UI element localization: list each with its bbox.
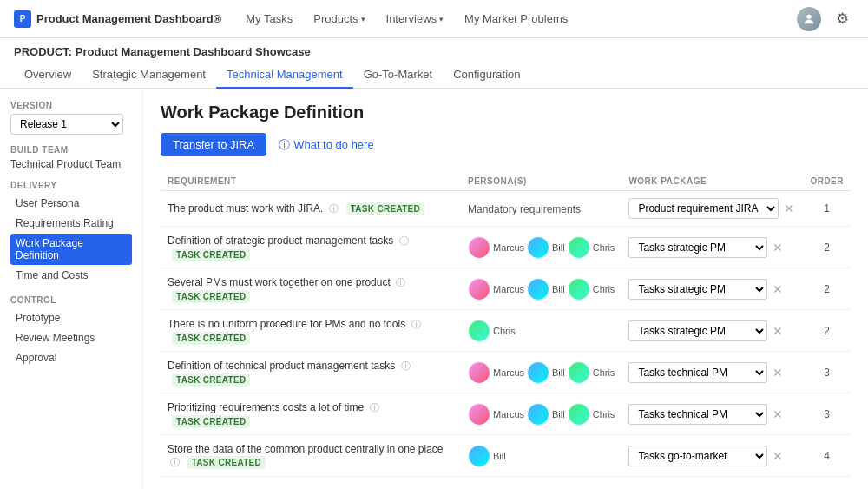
persona-name: Chris: [593, 242, 615, 253]
work-package-select[interactable]: Tasks technical PM: [628, 362, 767, 383]
persona-name: Bill: [552, 409, 565, 420]
delete-icon[interactable]: ✕: [771, 282, 785, 296]
sidebar: VERSION Release 1 BUILD TEAM Technical P…: [0, 89, 143, 489]
top-nav: P Product Management Dashboard® My Tasks…: [0, 0, 868, 38]
task-created-badge: TASK CREATED: [346, 202, 424, 215]
req-text: There is no uniform procedure for PMs an…: [168, 318, 405, 330]
work-package-select[interactable]: Tasks technical PM: [628, 404, 767, 425]
delete-icon[interactable]: ✕: [771, 366, 785, 380]
avatar: [568, 236, 590, 259]
avatar[interactable]: [797, 7, 821, 31]
work-package-select[interactable]: Tasks go-to-market: [628, 446, 767, 466]
persona-cell: Marcus Bill Chris: [461, 227, 621, 268]
info-icon[interactable]: ⓘ: [401, 360, 411, 371]
avatar: [527, 236, 549, 259]
work-package-select[interactable]: Tasks strategic PM: [628, 279, 767, 300]
task-created-badge: TASK CREATED: [172, 290, 250, 303]
logo[interactable]: P Product Management Dashboard®: [14, 10, 221, 28]
info-icon[interactable]: ⓘ: [411, 319, 421, 329]
avatar: [468, 320, 490, 342]
delete-icon[interactable]: ✕: [771, 449, 785, 463]
sidebar-item-work-package-definition[interactable]: Work Package Definition: [10, 234, 132, 265]
req-text: Several PMs must work together on one pr…: [168, 276, 391, 288]
order-cell: 2: [803, 310, 851, 352]
work-package-select[interactable]: Product requirement JIRA: [628, 198, 779, 219]
delete-icon[interactable]: ✕: [771, 324, 785, 338]
what-to-do-link[interactable]: ⓘ What to do here: [279, 137, 374, 153]
sidebar-item-time-and-costs[interactable]: Time and Costs: [10, 266, 132, 285]
chevron-down-icon: ▾: [361, 15, 365, 23]
task-created-badge: TASK CREATED: [172, 332, 250, 345]
sidebar-item-requirements-rating[interactable]: Requirements Rating: [10, 214, 132, 233]
col-personas: PERSONA(S): [461, 172, 621, 191]
tab-go-to-market[interactable]: Go-To-Market: [353, 62, 443, 89]
info-icon[interactable]: ⓘ: [396, 277, 405, 287]
info-icon[interactable]: ⓘ: [170, 457, 180, 467]
build-team-value: Technical Product Team: [10, 158, 132, 170]
nav-item-my-tasks[interactable]: My Tasks: [246, 12, 293, 25]
requirement-cell: Definition of technical product manageme…: [161, 352, 461, 393]
persona-name: Marcus: [493, 367, 524, 378]
req-text: Definition of technical product manageme…: [168, 360, 395, 372]
persona-cell: Marcus Bill Chris: [461, 352, 621, 393]
version-select[interactable]: Release 1: [10, 114, 123, 135]
info-icon[interactable]: ⓘ: [370, 402, 379, 413]
persona-cell: Marcus Bill Chris: [461, 393, 621, 435]
build-team-label: BUILD TEAM: [10, 145, 132, 155]
persona-name: Chris: [593, 367, 615, 378]
settings-icon[interactable]: ⚙: [830, 7, 854, 31]
tab-configuration[interactable]: Configuration: [443, 62, 530, 89]
tab-nav: Overview Strategic Management Technical …: [0, 62, 868, 89]
persona-name: Bill: [552, 284, 565, 294]
col-requirement: REQUIREMENT: [161, 172, 461, 191]
sidebar-item-prototype[interactable]: Prototype: [10, 308, 132, 327]
sidebar-item-review-meetings[interactable]: Review Meetings: [10, 328, 132, 347]
table-row: Several PMs must work together on one pr…: [161, 268, 851, 310]
svg-point-0: [806, 14, 811, 18]
req-text: Store the data of the common product cen…: [168, 443, 444, 455]
requirement-cell: Store the data of the common product cen…: [161, 435, 461, 477]
transfer-to-jira-button[interactable]: Transfer to JIRA: [161, 133, 266, 156]
info-icon[interactable]: ⓘ: [329, 203, 339, 214]
info-icon[interactable]: ⓘ: [399, 235, 409, 246]
persona-cell: Marcus Bill Chris: [461, 268, 621, 310]
delete-icon[interactable]: ✕: [771, 241, 785, 254]
tab-technical-management[interactable]: Technical Management: [216, 62, 353, 89]
work-package-select[interactable]: Tasks strategic PM: [628, 237, 767, 258]
sidebar-item-user-persona[interactable]: User Persona: [10, 194, 132, 213]
table-row: Store the data of the common product cen…: [161, 435, 851, 477]
persona-name: Chris: [593, 409, 615, 420]
col-work-package: WORK PACKAGE: [621, 172, 803, 191]
table-row: Definition of strategic product manageme…: [161, 227, 851, 268]
work-package-select[interactable]: Tasks strategic PM: [628, 320, 767, 341]
delete-icon[interactable]: ✕: [782, 202, 796, 215]
requirement-cell: There is no uniform procedure for PMs an…: [161, 310, 461, 352]
chevron-down-icon: ▾: [439, 15, 444, 23]
requirement-cell: Prioritizing requirements costs a lot of…: [161, 393, 461, 435]
nav-item-interviews[interactable]: Interviews▾: [386, 12, 444, 25]
content-area: Work Package Definition Transfer to JIRA…: [143, 89, 868, 489]
sidebar-item-approval[interactable]: Approval: [10, 348, 132, 367]
delete-icon[interactable]: ✕: [771, 407, 785, 421]
order-cell: 2: [803, 268, 851, 310]
version-label: VERSION: [10, 101, 132, 110]
task-created-badge: TASK CREATED: [172, 415, 250, 428]
work-package-cell: Tasks strategic PM ✕: [621, 227, 803, 268]
avatar: [527, 403, 549, 426]
persona-cell: Bill: [461, 435, 621, 477]
persona-name: Marcus: [493, 242, 524, 253]
nav-item-products[interactable]: Products▾: [313, 12, 365, 25]
tab-strategic-management[interactable]: Strategic Management: [82, 62, 216, 89]
avatar: [468, 361, 490, 384]
table-row: Definition of technical product manageme…: [161, 352, 851, 393]
work-package-cell: Tasks technical PM ✕: [621, 393, 803, 435]
avatar: [527, 361, 549, 384]
nav-item-market-problems[interactable]: My Market Problems: [464, 12, 568, 25]
order-cell: 3: [803, 352, 851, 393]
persona-text: Mandatory requirements: [468, 203, 581, 215]
avatar: [468, 403, 490, 426]
tab-overview[interactable]: Overview: [14, 62, 82, 89]
persona-name: Chris: [493, 326, 516, 336]
avatar: [468, 278, 490, 301]
work-table: REQUIREMENT PERSONA(S) WORK PACKAGE ORDE…: [161, 172, 851, 477]
